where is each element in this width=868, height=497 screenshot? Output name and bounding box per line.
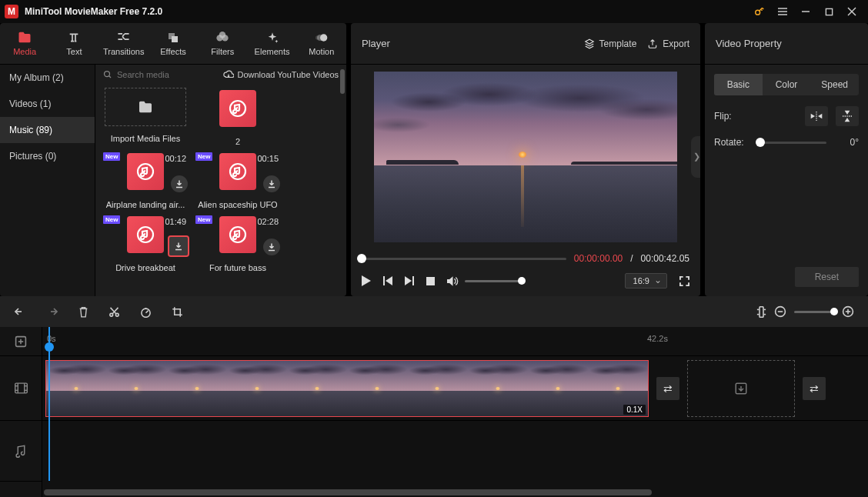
add-track-button[interactable] bbox=[0, 327, 42, 356]
media-tile[interactable]: New 02:28 For future bass bbox=[195, 214, 280, 277]
video-track[interactable]: 0.1X ⇄ ⇄ bbox=[42, 356, 868, 421]
media-area: Download YouTube Videos Import Media Fil… bbox=[95, 65, 346, 296]
play-button[interactable] bbox=[362, 275, 371, 286]
timeline: 0s 42.2s 0.1X ⇄ ⇄ bbox=[0, 327, 868, 497]
seek-slider[interactable] bbox=[362, 258, 566, 260]
timeline-ruler[interactable]: 0s 42.2s bbox=[42, 327, 868, 356]
tab-motion[interactable]: Motion bbox=[297, 23, 346, 64]
motion-icon bbox=[315, 32, 328, 45]
svg-rect-50 bbox=[15, 383, 27, 393]
minimize-icon[interactable] bbox=[794, 2, 817, 21]
music-thumb: New 00:12 bbox=[103, 151, 188, 192]
tab-text[interactable]: Text bbox=[49, 23, 98, 64]
download-youtube-label: Download YouTube Videos bbox=[238, 70, 339, 79]
stop-button[interactable] bbox=[426, 277, 435, 285]
reset-button[interactable]: Reset bbox=[795, 267, 859, 287]
rotate-slider[interactable] bbox=[760, 142, 826, 144]
time-total: 00:00:42.05 bbox=[641, 253, 689, 264]
music-track-icon bbox=[0, 421, 42, 482]
template-icon bbox=[584, 38, 595, 49]
template-button[interactable]: Template bbox=[584, 38, 637, 49]
next-button[interactable] bbox=[405, 276, 414, 285]
library-panel: MediaTextTransitionsEffectsFiltersElemen… bbox=[0, 23, 346, 296]
tab-filters[interactable]: Filters bbox=[198, 23, 247, 64]
cut-button[interactable] bbox=[108, 306, 120, 318]
svg-marker-29 bbox=[447, 276, 453, 286]
tab-media[interactable]: Media bbox=[0, 23, 49, 64]
speed-button[interactable] bbox=[140, 306, 152, 318]
volume-icon[interactable] bbox=[447, 276, 459, 286]
sidebar-item-1[interactable]: Videos (1) bbox=[0, 91, 95, 117]
tab-transitions[interactable]: Transitions bbox=[99, 23, 149, 64]
svg-rect-24 bbox=[383, 276, 385, 285]
video-clip[interactable]: 0.1X bbox=[45, 360, 649, 417]
media-tile[interactable]: 2 bbox=[195, 88, 280, 151]
download-button[interactable] bbox=[263, 238, 280, 255]
export-button[interactable]: Export bbox=[647, 38, 689, 49]
media-tile-label: Drive breakbeat bbox=[103, 263, 188, 272]
duration-label: 02:28 bbox=[257, 217, 279, 226]
music-note-icon bbox=[219, 216, 256, 253]
swap-left-button[interactable]: ⇄ bbox=[656, 377, 679, 400]
sidebar-item-0[interactable]: My Album (2) bbox=[0, 65, 95, 91]
delete-button[interactable] bbox=[78, 306, 88, 318]
cloud-download-icon bbox=[223, 70, 234, 79]
swap-right-button[interactable]: ⇄ bbox=[803, 377, 826, 400]
media-tile[interactable]: New 01:49 Drive breakbeat bbox=[103, 214, 188, 277]
download-youtube-link[interactable]: Download YouTube Videos bbox=[223, 70, 339, 79]
video-track-icon bbox=[0, 356, 42, 421]
audio-track[interactable] bbox=[42, 421, 868, 469]
menu-icon[interactable] bbox=[771, 2, 794, 21]
upgrade-icon[interactable] bbox=[748, 2, 771, 21]
import-media-tile[interactable]: Import Media Files bbox=[103, 88, 188, 151]
download-button[interactable] bbox=[171, 175, 188, 192]
flip-v-button[interactable] bbox=[836, 106, 859, 126]
sparkle-icon bbox=[266, 32, 279, 45]
template-label: Template bbox=[599, 38, 637, 49]
tab-effects[interactable]: Effects bbox=[149, 23, 198, 64]
placeholder-clip[interactable] bbox=[687, 360, 795, 417]
snap-icon[interactable] bbox=[756, 306, 766, 318]
music-note-icon bbox=[219, 90, 256, 127]
prop-tab-basic[interactable]: Basic bbox=[714, 74, 763, 95]
sidebar-item-3[interactable]: Pictures (0) bbox=[0, 143, 95, 169]
zoom-out-button[interactable] bbox=[774, 305, 786, 318]
undo-button[interactable] bbox=[14, 306, 26, 317]
aspect-ratio-value: 16:9 bbox=[633, 276, 649, 285]
time-current: 00:00:00.00 bbox=[574, 253, 623, 264]
preview bbox=[374, 72, 677, 242]
zoom-slider[interactable] bbox=[794, 311, 834, 313]
tab-motion-label: Motion bbox=[309, 47, 334, 56]
expand-handle[interactable]: ❯ bbox=[691, 136, 700, 178]
tab-elements-label: Elements bbox=[255, 47, 290, 56]
media-tile[interactable]: New 00:12 Airplane landing air... bbox=[103, 151, 188, 214]
media-scrollbar[interactable] bbox=[340, 69, 345, 94]
fullscreen-button[interactable] bbox=[679, 276, 689, 286]
redo-button[interactable] bbox=[46, 306, 58, 317]
zoom-in-button[interactable] bbox=[842, 305, 854, 318]
svg-rect-9 bbox=[172, 36, 178, 42]
media-tile[interactable]: New 00:15 Alien spaceship UFO bbox=[195, 151, 280, 214]
prop-tab-color[interactable]: Color bbox=[763, 74, 811, 95]
maximize-icon[interactable] bbox=[817, 2, 840, 21]
download-button[interactable] bbox=[169, 237, 188, 255]
timeline-h-scrollbar[interactable] bbox=[42, 489, 868, 495]
playhead[interactable] bbox=[48, 327, 50, 481]
prev-button[interactable] bbox=[383, 276, 392, 285]
export-label: Export bbox=[663, 38, 689, 49]
crop-button[interactable] bbox=[172, 306, 183, 318]
svg-rect-37 bbox=[760, 306, 763, 317]
tab-elements[interactable]: Elements bbox=[247, 23, 296, 64]
svg-marker-32 bbox=[845, 111, 850, 115]
close-icon[interactable] bbox=[840, 2, 863, 21]
search-input[interactable] bbox=[115, 69, 185, 80]
volume-slider[interactable] bbox=[465, 280, 522, 282]
download-button[interactable] bbox=[263, 175, 280, 192]
circles-icon bbox=[215, 32, 229, 45]
aspect-ratio-select[interactable]: 16:9 bbox=[625, 273, 667, 289]
flip-h-button[interactable] bbox=[805, 106, 828, 126]
sidebar-item-2[interactable]: Music (89) bbox=[0, 117, 95, 143]
prop-tab-speed[interactable]: Speed bbox=[810, 74, 859, 95]
svg-marker-26 bbox=[405, 276, 412, 285]
svg-rect-5 bbox=[826, 8, 832, 15]
